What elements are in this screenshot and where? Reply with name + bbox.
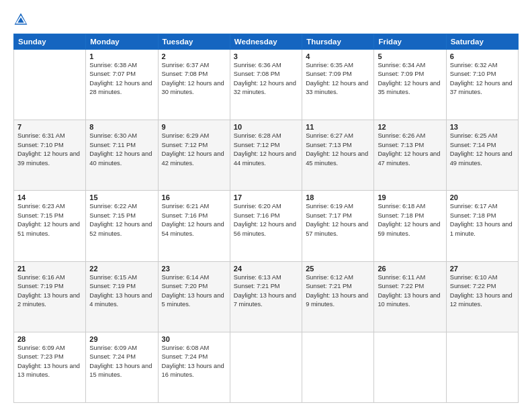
cell-info: Sunrise: 6:22 AMSunset: 7:15 PMDaylight:… — [89, 203, 152, 236]
calendar-cell: 27Sunrise: 6:10 AMSunset: 7:22 PMDayligh… — [446, 261, 518, 332]
cell-info: Sunrise: 6:09 AMSunset: 7:23 PMDaylight:… — [17, 345, 80, 378]
logo — [13, 12, 31, 27]
cell-info: Sunrise: 6:13 AMSunset: 7:21 PMDaylight:… — [234, 274, 296, 308]
day-number: 9 — [162, 123, 226, 131]
cell-info: Sunrise: 6:27 AMSunset: 7:13 PMDaylight:… — [306, 132, 368, 166]
day-number: 22 — [89, 265, 154, 273]
calendar-cell: 26Sunrise: 6:11 AMSunset: 7:22 PMDayligh… — [374, 261, 446, 332]
page: SundayMondayTuesdayWednesdayThursdayFrid… — [0, 0, 532, 411]
calendar-cell: 28Sunrise: 6:09 AMSunset: 7:23 PMDayligh… — [14, 332, 86, 402]
calendar-cell: 18Sunrise: 6:19 AMSunset: 7:17 PMDayligh… — [302, 191, 374, 261]
cell-info: Sunrise: 6:20 AMSunset: 7:16 PMDaylight:… — [234, 203, 296, 236]
cell-info: Sunrise: 6:28 AMSunset: 7:12 PMDaylight:… — [234, 132, 296, 166]
day-number: 20 — [450, 193, 515, 201]
calendar-cell: 24Sunrise: 6:13 AMSunset: 7:21 PMDayligh… — [230, 261, 302, 332]
day-number: 13 — [450, 123, 515, 131]
cell-info: Sunrise: 6:21 AMSunset: 7:16 PMDaylight:… — [162, 203, 224, 236]
cell-info: Sunrise: 6:10 AMSunset: 7:22 PMDaylight:… — [450, 274, 513, 308]
day-number: 11 — [306, 123, 370, 131]
cell-info: Sunrise: 6:08 AMSunset: 7:24 PMDaylight:… — [162, 345, 224, 378]
col-header-tuesday: Tuesday — [158, 34, 230, 50]
logo-icon — [13, 12, 28, 27]
calendar-cell: 29Sunrise: 6:09 AMSunset: 7:24 PMDayligh… — [86, 332, 158, 402]
calendar-table: SundayMondayTuesdayWednesdayThursdayFrid… — [13, 34, 519, 403]
day-number: 3 — [234, 52, 298, 60]
col-header-monday: Monday — [86, 34, 158, 50]
calendar-cell: 15Sunrise: 6:22 AMSunset: 7:15 PMDayligh… — [86, 191, 158, 261]
cell-info: Sunrise: 6:32 AMSunset: 7:10 PMDaylight:… — [450, 62, 513, 95]
day-number: 5 — [378, 52, 442, 60]
calendar-cell: 20Sunrise: 6:17 AMSunset: 7:18 PMDayligh… — [446, 191, 518, 261]
calendar-cell: 30Sunrise: 6:08 AMSunset: 7:24 PMDayligh… — [158, 332, 230, 402]
cell-info: Sunrise: 6:26 AMSunset: 7:13 PMDaylight:… — [378, 132, 440, 166]
day-number: 2 — [162, 52, 226, 60]
day-number: 28 — [17, 335, 82, 343]
col-header-thursday: Thursday — [302, 34, 374, 50]
day-number: 18 — [306, 193, 370, 201]
cell-info: Sunrise: 6:16 AMSunset: 7:19 PMDaylight:… — [17, 274, 80, 308]
day-number: 29 — [89, 335, 154, 343]
calendar-week-4: 21Sunrise: 6:16 AMSunset: 7:19 PMDayligh… — [14, 261, 519, 332]
calendar-cell — [374, 332, 446, 402]
calendar-cell: 12Sunrise: 6:26 AMSunset: 7:13 PMDayligh… — [374, 120, 446, 191]
cell-info: Sunrise: 6:12 AMSunset: 7:21 PMDaylight:… — [306, 274, 368, 308]
col-header-sunday: Sunday — [14, 34, 86, 50]
day-number: 30 — [162, 335, 226, 343]
cell-info: Sunrise: 6:17 AMSunset: 7:18 PMDaylight:… — [450, 203, 513, 236]
calendar-cell: 16Sunrise: 6:21 AMSunset: 7:16 PMDayligh… — [158, 191, 230, 261]
calendar-cell: 7Sunrise: 6:31 AMSunset: 7:10 PMDaylight… — [14, 120, 86, 191]
calendar-cell: 13Sunrise: 6:25 AMSunset: 7:14 PMDayligh… — [446, 120, 518, 191]
calendar-cell: 8Sunrise: 6:30 AMSunset: 7:11 PMDaylight… — [86, 120, 158, 191]
calendar-cell: 11Sunrise: 6:27 AMSunset: 7:13 PMDayligh… — [302, 120, 374, 191]
calendar-cell: 4Sunrise: 6:35 AMSunset: 7:09 PMDaylight… — [302, 50, 374, 120]
day-number: 1 — [89, 52, 154, 60]
calendar-cell: 3Sunrise: 6:36 AMSunset: 7:08 PMDaylight… — [230, 50, 302, 120]
calendar-cell: 19Sunrise: 6:18 AMSunset: 7:18 PMDayligh… — [374, 191, 446, 261]
day-number: 17 — [234, 193, 298, 201]
day-number: 4 — [306, 52, 370, 60]
cell-info: Sunrise: 6:35 AMSunset: 7:09 PMDaylight:… — [306, 62, 368, 95]
day-number: 21 — [17, 265, 82, 273]
cell-info: Sunrise: 6:18 AMSunset: 7:18 PMDaylight:… — [378, 203, 440, 236]
calendar-cell — [230, 332, 302, 402]
col-header-wednesday: Wednesday — [230, 34, 302, 50]
cell-info: Sunrise: 6:36 AMSunset: 7:08 PMDaylight:… — [234, 62, 296, 95]
cell-info: Sunrise: 6:31 AMSunset: 7:10 PMDaylight:… — [17, 132, 80, 166]
day-number: 10 — [234, 123, 298, 131]
cell-info: Sunrise: 6:38 AMSunset: 7:07 PMDaylight:… — [89, 62, 152, 95]
calendar-header-row: SundayMondayTuesdayWednesdayThursdayFrid… — [14, 34, 519, 50]
day-number: 8 — [89, 123, 154, 131]
cell-info: Sunrise: 6:34 AMSunset: 7:09 PMDaylight:… — [378, 62, 440, 95]
cell-info: Sunrise: 6:29 AMSunset: 7:12 PMDaylight:… — [162, 132, 224, 166]
cell-info: Sunrise: 6:09 AMSunset: 7:24 PMDaylight:… — [89, 345, 152, 378]
calendar-cell: 21Sunrise: 6:16 AMSunset: 7:19 PMDayligh… — [14, 261, 86, 332]
calendar-cell: 22Sunrise: 6:15 AMSunset: 7:19 PMDayligh… — [86, 261, 158, 332]
calendar-cell: 2Sunrise: 6:37 AMSunset: 7:08 PMDaylight… — [158, 50, 230, 120]
calendar-cell: 1Sunrise: 6:38 AMSunset: 7:07 PMDaylight… — [86, 50, 158, 120]
calendar-cell: 25Sunrise: 6:12 AMSunset: 7:21 PMDayligh… — [302, 261, 374, 332]
calendar-cell: 10Sunrise: 6:28 AMSunset: 7:12 PMDayligh… — [230, 120, 302, 191]
day-number: 19 — [378, 193, 442, 201]
calendar-cell: 9Sunrise: 6:29 AMSunset: 7:12 PMDaylight… — [158, 120, 230, 191]
calendar-body: 1Sunrise: 6:38 AMSunset: 7:07 PMDaylight… — [14, 50, 519, 403]
cell-info: Sunrise: 6:19 AMSunset: 7:17 PMDaylight:… — [306, 203, 368, 236]
calendar-cell — [446, 332, 518, 402]
cell-info: Sunrise: 6:37 AMSunset: 7:08 PMDaylight:… — [162, 62, 224, 95]
calendar-cell: 6Sunrise: 6:32 AMSunset: 7:10 PMDaylight… — [446, 50, 518, 120]
cell-info: Sunrise: 6:11 AMSunset: 7:22 PMDaylight:… — [378, 274, 440, 308]
calendar-cell: 23Sunrise: 6:14 AMSunset: 7:20 PMDayligh… — [158, 261, 230, 332]
cell-info: Sunrise: 6:23 AMSunset: 7:15 PMDaylight:… — [17, 203, 80, 236]
day-number: 15 — [89, 193, 154, 201]
calendar-cell — [302, 332, 374, 402]
col-header-friday: Friday — [374, 34, 446, 50]
day-number: 16 — [162, 193, 226, 201]
day-number: 27 — [450, 265, 515, 273]
calendar-week-5: 28Sunrise: 6:09 AMSunset: 7:23 PMDayligh… — [14, 332, 519, 402]
calendar-cell: 5Sunrise: 6:34 AMSunset: 7:09 PMDaylight… — [374, 50, 446, 120]
calendar-week-2: 7Sunrise: 6:31 AMSunset: 7:10 PMDaylight… — [14, 120, 519, 191]
cell-info: Sunrise: 6:30 AMSunset: 7:11 PMDaylight:… — [89, 132, 152, 166]
day-number: 6 — [450, 52, 515, 60]
day-number: 23 — [162, 265, 226, 273]
day-number: 24 — [234, 265, 298, 273]
calendar-week-3: 14Sunrise: 6:23 AMSunset: 7:15 PMDayligh… — [14, 191, 519, 261]
